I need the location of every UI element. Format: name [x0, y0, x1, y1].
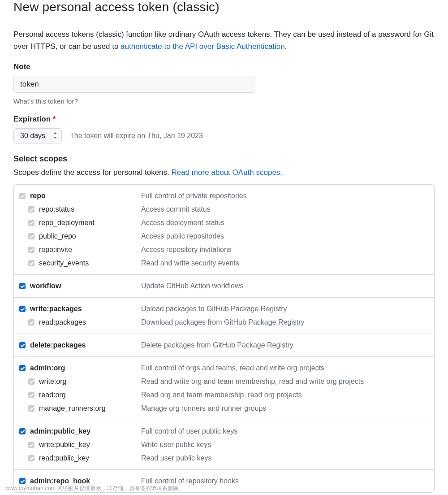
scope-checkbox[interactable]: [28, 442, 34, 448]
scope-checkbox[interactable]: [19, 365, 26, 371]
scope-checkbox[interactable]: [28, 233, 34, 239]
scope-group: delete:packagesDelete packages from GitH…: [14, 334, 434, 357]
scope-name: read:public_key: [39, 454, 141, 462]
intro-dot: .: [285, 42, 287, 51]
scope-description: Access deployment status: [141, 219, 224, 227]
scope-name: write:public_key: [39, 441, 141, 449]
scope-row: write:public_keyWrite user public keys: [19, 438, 429, 452]
scope-checkbox[interactable]: [28, 405, 34, 412]
scope-row: workflowUpdate GitHub Action workflows: [19, 279, 429, 293]
scope-checkbox[interactable]: [19, 428, 26, 434]
scope-group: admin:orgFull control of orgs and teams,…: [14, 357, 434, 420]
scope-row: write:orgRead and write org and team mem…: [19, 375, 429, 388]
scope-row: read:public_keyRead user public keys: [19, 452, 429, 465]
scope-description: Upload packages to GitHub Package Regist…: [141, 305, 287, 313]
scope-row: write:packagesUpload packages to GitHub …: [19, 302, 429, 316]
scope-description: Read and write org and team membership, …: [141, 378, 364, 386]
note-input[interactable]: [13, 76, 255, 93]
scope-row: security_eventsRead and write security e…: [19, 256, 429, 270]
scope-name: admin:repo_hook: [30, 477, 141, 485]
scopes-intro-link[interactable]: Read more about OAuth scopes.: [171, 168, 282, 177]
scope-name: manage_runners:org: [39, 404, 141, 412]
intro-paragraph: Personal access tokens (classic) functio…: [13, 28, 435, 52]
scope-name: read:org: [39, 391, 141, 399]
scope-description: Full control of user public keys: [141, 427, 237, 435]
scopes-title: Select scopes: [13, 154, 435, 164]
scope-group: repoFull control of private repositories…: [14, 185, 434, 275]
scope-description: Manage org runners and runner groups: [141, 404, 266, 412]
scope-name: delete:packages: [30, 341, 141, 349]
scope-name: write:org: [39, 378, 141, 386]
scope-name: repo:status: [39, 205, 141, 213]
scope-row: read:packagesDownload packages from GitH…: [19, 316, 429, 329]
scope-row: repo:inviteAccess repository invitations: [19, 243, 429, 256]
scope-description: Read user public keys: [141, 454, 211, 462]
scope-description: Read and write security events: [141, 259, 239, 267]
scope-checkbox[interactable]: [19, 306, 26, 312]
scope-description: Access public repositories: [141, 232, 224, 240]
expiration-label: Expiration *: [13, 115, 435, 124]
scope-row: repoFull control of private repositories: [19, 189, 429, 203]
expiration-message: The token will expire on Thu, Jan 19 202…: [70, 132, 203, 140]
watermark: www.toymoban.com 网络图片仅供展示，非存储，如有侵权请联系删除。: [5, 485, 184, 492]
scope-group: write:packagesUpload packages to GitHub …: [14, 298, 434, 334]
scope-description: Full control of orgs and teams, read and…: [141, 364, 324, 372]
scope-description: Download packages from GitHub Package Re…: [141, 318, 305, 326]
scope-checkbox[interactable]: [28, 319, 34, 326]
scope-row: manage_runners:orgManage org runners and…: [19, 402, 429, 415]
scope-checkbox[interactable]: [28, 455, 34, 461]
scope-name: repo: [30, 192, 141, 200]
note-hint: What's this token for?: [13, 97, 435, 105]
scope-name: admin:org: [30, 364, 141, 372]
scope-name: write:packages: [30, 305, 141, 313]
scope-name: read:packages: [39, 318, 141, 326]
scope-row: read:orgRead org and team membership, re…: [19, 388, 429, 402]
scopes-intro: Scopes define the access for personal to…: [13, 168, 435, 177]
scope-description: Delete packages from GitHub Package Regi…: [141, 341, 293, 349]
scope-name: repo_deployment: [39, 219, 141, 227]
required-mark: *: [53, 115, 56, 123]
scope-checkbox[interactable]: [19, 193, 26, 199]
scope-description: Read org and team membership, read org p…: [141, 391, 302, 399]
scope-checkbox[interactable]: [19, 283, 26, 289]
scope-checkbox[interactable]: [28, 220, 34, 226]
scope-checkbox[interactable]: [28, 247, 34, 253]
expiration-select[interactable]: 30 days: [13, 128, 62, 143]
scope-description: Full control of repository hooks: [141, 477, 239, 485]
scope-description: Access commit status: [141, 205, 211, 213]
scope-description: Full control of private repositories: [141, 192, 247, 200]
page-title: New personal access token (classic): [13, 0, 435, 19]
scope-row: admin:public_keyFull control of user pub…: [19, 425, 429, 438]
scope-description: Update GitHub Action workflows: [141, 282, 244, 290]
scope-group: admin:public_keyFull control of user pub…: [14, 420, 434, 470]
scope-name: security_events: [39, 259, 141, 267]
scope-group: workflowUpdate GitHub Action workflows: [14, 275, 434, 298]
scope-row: public_repoAccess public repositories: [19, 230, 429, 243]
scope-name: workflow: [30, 282, 141, 290]
scope-description: Access repository invitations: [141, 246, 232, 254]
scope-row: repo:statusAccess commit status: [19, 203, 429, 216]
scope-name: admin:public_key: [30, 427, 141, 435]
scope-checkbox[interactable]: [19, 478, 26, 484]
scope-row: repo_deploymentAccess deployment status: [19, 216, 429, 230]
scope-name: public_repo: [39, 232, 141, 240]
expiration-select-button[interactable]: 30 days: [13, 128, 62, 143]
scope-checkbox[interactable]: [28, 206, 34, 213]
note-label: Note: [13, 62, 435, 71]
scope-description: Write user public keys: [141, 441, 211, 449]
scope-checkbox[interactable]: [19, 342, 26, 348]
scope-name: repo:invite: [39, 246, 141, 254]
scope-checkbox[interactable]: [28, 260, 34, 266]
scope-checkbox[interactable]: [28, 392, 34, 398]
scope-checkbox[interactable]: [28, 378, 34, 385]
scope-row: admin:orgFull control of orgs and teams,…: [19, 361, 429, 375]
intro-link[interactable]: authenticate to the API over Basic Authe…: [121, 42, 285, 51]
scopes-container: repoFull control of private repositories…: [13, 184, 435, 493]
scope-row: delete:packagesDelete packages from GitH…: [19, 339, 429, 352]
